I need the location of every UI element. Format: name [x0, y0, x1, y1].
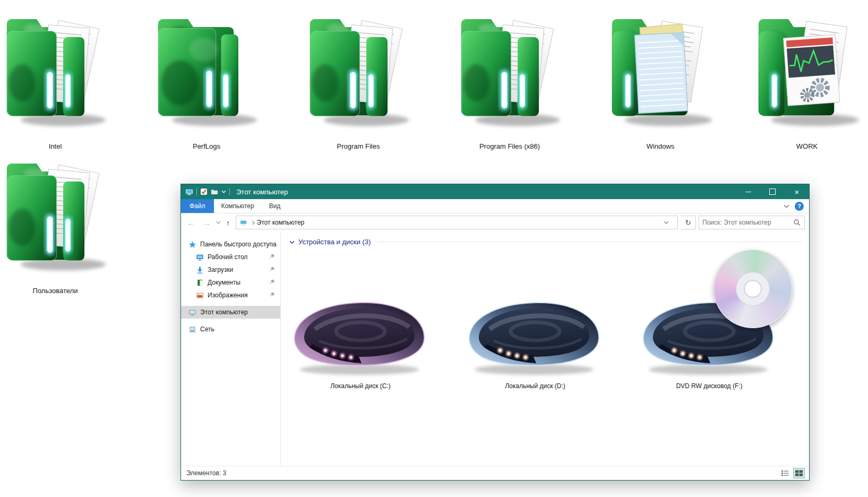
title-bar[interactable]: Этот компьютер × — [181, 184, 809, 199]
desktop-folder-program-files-x86[interactable]: Program Files (x86) — [443, 3, 576, 150]
breadcrumb[interactable]: Этот компьютер — [257, 219, 305, 226]
sidebar-item-desktop[interactable]: Рабочий стол — [181, 251, 280, 263]
help-button[interactable]: ? — [795, 202, 804, 211]
pin-icon — [269, 267, 275, 272]
recent-locations-chevron-icon[interactable] — [216, 221, 221, 224]
expand-ribbon-chevron-icon[interactable] — [784, 204, 789, 208]
folder-icon — [443, 3, 576, 136]
items-count: Элементов: 3 — [186, 469, 226, 477]
details-view-icon — [781, 469, 789, 477]
help-icon: ? — [797, 203, 801, 209]
minimize-button[interactable] — [736, 184, 760, 199]
drive-f-art — [635, 257, 784, 380]
this-pc-icon — [188, 309, 196, 316]
search-icon[interactable] — [789, 219, 804, 226]
desktop-folder-label: PerfLogs — [140, 142, 273, 150]
folder-icon — [292, 3, 425, 136]
sidebar-item-label: Документы — [208, 279, 240, 286]
collapse-chevron-icon[interactable] — [289, 241, 295, 244]
desktop: { "desktop": { "folders": [ {"label": "I… — [0, 0, 868, 497]
pictures-icon — [196, 292, 204, 299]
desktop-folder-label: Windows — [594, 142, 727, 150]
ribbon-right: ? — [784, 199, 809, 213]
thumbnails-view-icon — [795, 469, 803, 477]
drive-c[interactable]: Локальный диск (C:) — [286, 257, 435, 390]
window-title: Этот компьютер — [236, 188, 288, 196]
group-header-label: Устройства и диски (3) — [298, 238, 371, 246]
sidebar-item-quick-access[interactable]: Панель быстрого доступа — [181, 238, 280, 251]
desktop-folder-label: Program Files (x86) — [443, 142, 576, 150]
minimize-icon — [745, 192, 751, 192]
forward-button[interactable]: → — [200, 218, 213, 228]
folder-icon — [741, 3, 868, 136]
folder-icon — [594, 3, 727, 136]
desktop-folder-label: Program Files — [292, 142, 425, 150]
documents-icon — [196, 279, 204, 287]
desktop-folder-perflogs[interactable]: PerfLogs — [140, 3, 273, 150]
this-pc-icon — [185, 188, 193, 196]
sidebar-item-label: Этот компьютер — [200, 309, 248, 316]
window-controls: × — [736, 184, 809, 199]
status-bar: Элементов: 3 — [181, 466, 809, 480]
sidebar-item-network[interactable]: Сеть — [181, 323, 280, 336]
maximize-button[interactable] — [760, 184, 785, 199]
tab-view[interactable]: Вид — [262, 199, 288, 213]
tab-file[interactable]: Файл — [181, 199, 214, 213]
search-box — [699, 216, 805, 229]
refresh-icon: ↻ — [685, 218, 691, 227]
sidebar-item-documents[interactable]: Документы — [181, 276, 280, 289]
explorer-window: Этот компьютер × Файл Компьютер Вид ? ← … — [181, 184, 810, 481]
desktop-folder-work[interactable]: WORK — [741, 3, 868, 150]
qat-customize-chevron-icon[interactable] — [221, 190, 226, 193]
new-folder-icon[interactable] — [211, 188, 218, 195]
this-pc-icon — [239, 219, 247, 227]
sidebar-item-this-pc[interactable]: Этот компьютер — [181, 306, 280, 319]
hard-drive-icon — [286, 290, 435, 380]
drive-c-art — [286, 257, 435, 380]
drive-f-dvd[interactable]: DVD RW дисковод (F:) — [635, 257, 784, 390]
address-bar[interactable]: Этот компьютер — [236, 216, 678, 229]
drive-d-art — [461, 257, 609, 380]
desktop-folder-users[interactable]: Пользователи — [0, 148, 122, 295]
close-icon: × — [795, 187, 800, 196]
refresh-button[interactable]: ↻ — [681, 216, 696, 229]
details-view-button[interactable] — [779, 468, 791, 478]
separator — [229, 188, 230, 195]
window-body: Панель быстрого доступа Рабочий стол Заг… — [181, 232, 809, 466]
folder-icon — [0, 3, 122, 136]
cd-disc-icon — [714, 250, 792, 328]
sidebar-item-pictures[interactable]: Изображения — [181, 289, 280, 302]
folder-icon — [0, 148, 122, 280]
drive-label: DVD RW дисковод (F:) — [635, 382, 784, 390]
sidebar-item-downloads[interactable]: Загрузки — [181, 263, 280, 276]
pin-icon — [269, 254, 275, 260]
spacer — [181, 302, 280, 306]
close-button[interactable]: × — [785, 184, 809, 199]
sidebar-item-label: Сеть — [200, 325, 214, 333]
pin-icon — [269, 292, 275, 298]
desktop-folder-program-files[interactable]: Program Files — [292, 3, 425, 150]
network-icon — [188, 325, 196, 333]
up-button[interactable]: ↑ — [224, 218, 233, 228]
thumbnails-view-button[interactable] — [793, 468, 805, 478]
group-header-rule — [377, 242, 802, 242]
desktop-folder-windows[interactable]: Windows — [594, 3, 727, 150]
breadcrumb-chevron-icon[interactable] — [252, 220, 255, 225]
navigation-pane: Панель быстрого доступа Рабочий стол Заг… — [181, 232, 281, 466]
properties-check-icon[interactable] — [200, 188, 208, 195]
sidebar-item-label: Рабочий стол — [208, 253, 247, 261]
maximize-icon — [769, 188, 776, 195]
quick-access-toolbar — [181, 188, 234, 196]
drive-d[interactable]: Локальный диск (D:) — [461, 257, 609, 390]
quick-access-star-icon — [188, 241, 196, 248]
address-dropdown-chevron-icon[interactable] — [655, 221, 677, 224]
search-input[interactable] — [699, 219, 789, 226]
back-button[interactable]: ← — [184, 218, 197, 228]
group-header-devices-and-drives[interactable]: Устройства и диски (3) — [281, 238, 809, 246]
desktop-folder-intel[interactable]: Intel — [0, 3, 122, 150]
spacer — [181, 319, 280, 323]
ribbon-tabs: Файл Компьютер Вид ? — [181, 199, 809, 213]
hard-drive-icon — [461, 290, 609, 380]
drive-label: Локальный диск (C:) — [286, 382, 435, 390]
tab-computer[interactable]: Компьютер — [214, 199, 262, 213]
